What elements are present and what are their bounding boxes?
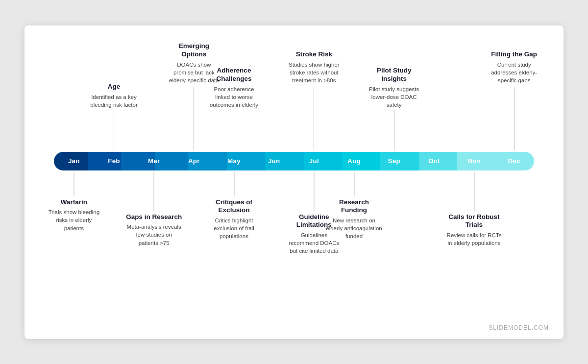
watermark: SLIDEMODEL.COM [489, 324, 549, 331]
bottom-annotation-4: Research FundingNew research on elderly … [326, 172, 382, 241]
month-label-dec: Dec [494, 157, 534, 165]
bottom-annotation-text-5: Review calls for RCTs in elderly populat… [446, 231, 502, 247]
bottom-connector-3 [314, 172, 314, 211]
bottom-connector-2 [234, 172, 234, 196]
bottom-connector-5 [474, 172, 474, 211]
top-connector-2 [234, 111, 234, 150]
top-annotation-2: Adherence ChallengesPoor adherence linke… [207, 67, 261, 150]
bottom-annotation-title-4: Research Funding [326, 198, 382, 215]
bottom-connector-0 [74, 172, 74, 196]
month-label-mar: Mar [134, 157, 174, 165]
bottom-annotations-area: WarfarinTrials show bleeding risks in el… [54, 172, 534, 275]
top-annotation-4: Pilot Study InsightsPilot study suggests… [367, 67, 421, 150]
bottom-annotation-title-0: Warfarin [46, 198, 102, 207]
month-labels: JanFebMarAprMayJunJulAugSepOctNovDec [54, 152, 534, 170]
top-connector-5 [514, 87, 514, 150]
bottom-annotation-2: Critiques of ExclusionCritics highlight … [206, 172, 262, 241]
top-annotation-text-4: Pilot study suggests lower-dose DOAC saf… [367, 85, 421, 109]
bottom-annotation-title-5: Calls for Robust Trials [446, 213, 502, 230]
month-label-may: May [214, 157, 254, 165]
bottom-annotation-text-1: Meta-analysis reveals few studies on pat… [126, 223, 182, 246]
top-annotation-3: Stroke RiskStudies show higher stroke ra… [287, 50, 341, 150]
timeline-bar: JanFebMarAprMayJunJulAugSepOctNovDec [54, 152, 534, 170]
top-annotation-title-5: Filling the Gap [487, 50, 541, 59]
month-label-nov: Nov [454, 157, 494, 165]
top-annotation-title-0: Age [87, 83, 141, 91]
top-annotation-title-2: Adherence Challenges [207, 67, 261, 83]
top-connector-3 [314, 87, 314, 150]
top-annotation-title-3: Stroke Risk [287, 50, 341, 59]
month-label-jan: Jan [54, 157, 94, 165]
bottom-annotation-text-4: New research on elderly anticoagulation … [326, 217, 382, 240]
bottom-annotation-text-0: Trials show bleeding risks in elderly pa… [46, 208, 102, 232]
timeline-bar-wrap: JanFebMarAprMayJunJulAugSepOctNovDec [54, 150, 534, 172]
bottom-annotation-5: Calls for Robust TrialsReview calls for … [446, 172, 502, 247]
top-connector-4 [394, 111, 394, 150]
month-label-jul: Jul [294, 157, 334, 165]
month-label-aug: Aug [334, 157, 374, 165]
top-annotation-0: AgeIdentified as a key bleeding risk fac… [87, 83, 141, 150]
bottom-annotation-title-1: Gaps in Research [126, 213, 182, 221]
top-annotation-text-0: Identified as a key bleeding risk factor [87, 93, 141, 109]
top-connector-1 [194, 87, 194, 150]
top-annotation-title-1: Emerging Options [167, 42, 221, 59]
top-annotation-5: Filling the GapCurrent study addresses e… [487, 50, 541, 150]
month-label-sep: Sep [374, 157, 414, 165]
top-annotation-text-3: Studies show higher stroke rates without… [287, 61, 341, 84]
bottom-connector-4 [354, 172, 354, 196]
top-annotation-text-2: Poor adherence linked to worse outcomes … [207, 85, 261, 109]
top-annotation-title-4: Pilot Study Insights [367, 67, 421, 83]
slide: AgeIdentified as a key bleeding risk fac… [24, 25, 564, 339]
bottom-annotation-text-2: Critics highlight exclusion of frail pop… [206, 217, 262, 240]
month-label-apr: Apr [174, 157, 214, 165]
bottom-annotation-0: WarfarinTrials show bleeding risks in el… [46, 172, 102, 232]
month-label-oct: Oct [414, 157, 454, 165]
month-label-jun: Jun [254, 157, 294, 165]
bottom-annotation-1: Gaps in ResearchMeta-analysis reveals fe… [126, 172, 182, 247]
top-annotations-area: AgeIdentified as a key bleeding risk fac… [54, 45, 534, 150]
bottom-annotation-title-2: Critiques of Exclusion [206, 198, 262, 215]
top-connector-0 [114, 111, 114, 150]
bottom-connector-1 [154, 172, 154, 211]
month-label-feb: Feb [94, 157, 134, 165]
top-annotation-text-5: Current study addresses elderly-specific… [487, 61, 541, 84]
